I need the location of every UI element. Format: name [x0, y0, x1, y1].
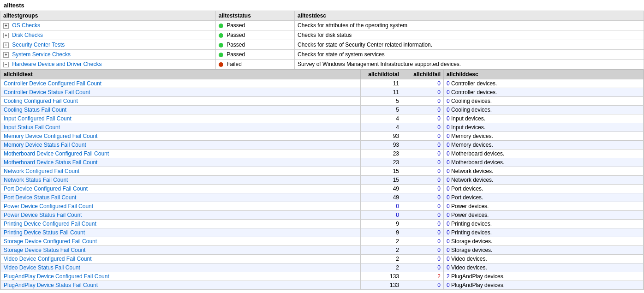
expanded-child-row: allchildtest allchildtotal allchildfail …	[0, 69, 644, 290]
child-fail: 0	[402, 79, 444, 88]
child-fail: 0	[402, 106, 444, 114]
child-table-row: Controller Device Configured Fail Count …	[1, 79, 644, 88]
status-label: Failed	[227, 61, 242, 67]
child-desc: 0 Cooling devices.	[444, 106, 644, 114]
child-desc: 0 PlugAndPlay devices.	[444, 281, 644, 290]
child-total: 4	[361, 114, 402, 123]
child-test-name[interactable]: Storage Device Configured Fail Count	[1, 237, 361, 246]
status-cell: Passed	[215, 50, 294, 60]
child-test-name[interactable]: Network Status Fail Count	[1, 176, 361, 185]
child-table-row: Port Device Status Fail Count 49 0 0 Por…	[1, 193, 644, 202]
child-test-name[interactable]: Controller Device Configured Fail Count	[1, 79, 361, 88]
group-name-cell[interactable]: + OS Checks	[0, 21, 216, 30]
child-test-name[interactable]: Port Device Configured Fail Count	[1, 185, 361, 193]
child-fail: 0	[402, 97, 444, 106]
expand-icon[interactable]: −	[3, 62, 9, 67]
child-fail: 0	[402, 88, 444, 97]
child-desc: 0 Video devices.	[444, 255, 644, 263]
status-dot	[219, 43, 223, 48]
child-test-name[interactable]: Storage Device Status Fail Count	[1, 246, 361, 255]
child-fail: 0	[402, 185, 444, 193]
child-fail: 2	[402, 272, 444, 281]
child-desc: 0 Motherboard devices.	[444, 149, 644, 158]
child-total: 0	[361, 202, 402, 211]
child-test-name[interactable]: Memory Device Status Fail Count	[1, 141, 361, 149]
child-test-name[interactable]: PlugAndPlay Device Status Fail Count	[1, 281, 361, 290]
child-total: 2	[361, 237, 402, 246]
child-table-row: Video Device Configured Fail Count 2 0 0…	[1, 255, 644, 263]
child-total: 49	[361, 193, 402, 202]
child-fail: 0	[402, 237, 444, 246]
child-total: 93	[361, 132, 402, 141]
child-fail: 0	[402, 211, 444, 220]
status-dot	[219, 24, 223, 28]
child-test-name[interactable]: Controller Device Status Fail Count	[1, 88, 361, 97]
child-total: 4	[361, 123, 402, 132]
table-row: + Disk Checks Passed Checks for disk sta…	[0, 30, 644, 40]
group-link[interactable]: OS Checks	[12, 22, 40, 29]
child-table-row: Storage Device Configured Fail Count 2 0…	[1, 237, 644, 246]
child-table-row: Power Device Status Fail Count 0 0 0 Pow…	[1, 211, 644, 220]
child-table: allchildtest allchildtotal allchildfail …	[0, 69, 644, 290]
child-test-name[interactable]: Port Device Status Fail Count	[1, 193, 361, 202]
child-test-name[interactable]: Input Status Fail Count	[1, 123, 361, 132]
table-row: + OS Checks Passed Checks for attributes…	[0, 21, 644, 30]
status-dot	[219, 33, 223, 38]
child-fail: 0	[402, 176, 444, 185]
table-row: + Security Center Tests Passed Checks fo…	[0, 40, 644, 50]
group-name-cell[interactable]: + Disk Checks	[0, 30, 216, 40]
child-table-row: Memory Device Status Fail Count 93 0 0 M…	[1, 141, 644, 149]
child-test-name[interactable]: PlugAndPlay Device Configured Fail Count	[1, 272, 361, 281]
group-link[interactable]: Disk Checks	[12, 32, 43, 38]
child-test-name[interactable]: Cooling Configured Fail Count	[1, 97, 361, 106]
child-test-name[interactable]: Printing Device Status Fail Count	[1, 228, 361, 237]
child-test-name[interactable]: Video Device Configured Fail Count	[1, 255, 361, 263]
child-total: 11	[361, 79, 402, 88]
expand-icon[interactable]: +	[3, 42, 9, 48]
status-cell: Failed	[215, 60, 294, 69]
expand-icon[interactable]: +	[3, 33, 9, 38]
status-cell: Passed	[215, 30, 294, 40]
child-test-name[interactable]: Input Configured Fail Count	[1, 114, 361, 123]
group-link[interactable]: Security Center Tests	[12, 42, 65, 48]
child-total: 9	[361, 228, 402, 237]
child-table-row: Cooling Configured Fail Count 5 0 0 Cool…	[1, 97, 644, 106]
child-test-name[interactable]: Printing Device Configured Fail Count	[1, 220, 361, 228]
child-fail: 0	[402, 193, 444, 202]
child-fail: 0	[402, 141, 444, 149]
group-link[interactable]: Hardware Device and Driver Checks	[12, 61, 101, 67]
child-test-name[interactable]: Cooling Status Fail Count	[1, 106, 361, 114]
group-name-cell[interactable]: + Security Center Tests	[0, 40, 216, 50]
child-test-name[interactable]: Motherboard Device Configured Fail Count	[1, 149, 361, 158]
child-test-name[interactable]: Network Configured Fail Count	[1, 167, 361, 176]
child-col-fail: allchildfail	[402, 70, 444, 79]
status-cell: Passed	[215, 21, 294, 30]
child-test-name[interactable]: Video Device Status Fail Count	[1, 263, 361, 272]
child-total: 49	[361, 185, 402, 193]
child-desc: 0 Power devices.	[444, 211, 644, 220]
child-total: 15	[361, 176, 402, 185]
child-total: 133	[361, 281, 402, 290]
child-test-name[interactable]: Power Device Configured Fail Count	[1, 202, 361, 211]
child-test-name[interactable]: Power Device Status Fail Count	[1, 211, 361, 220]
child-desc: 0 Cooling devices.	[444, 97, 644, 106]
child-total: 133	[361, 272, 402, 281]
child-table-row: Power Device Configured Fail Count 0 0 0…	[1, 202, 644, 211]
child-fail: 0	[402, 281, 444, 290]
child-fail: 0	[402, 202, 444, 211]
status-label: Passed	[227, 42, 245, 48]
page-title: alltests	[0, 0, 644, 11]
group-link[interactable]: System Service Checks	[12, 51, 71, 58]
child-total: 2	[361, 255, 402, 263]
group-name-cell[interactable]: + System Service Checks	[0, 50, 216, 60]
child-fail: 0	[402, 263, 444, 272]
expand-icon[interactable]: +	[3, 52, 9, 58]
child-desc: 0 Storage devices.	[444, 246, 644, 255]
child-total: 2	[361, 263, 402, 272]
child-test-name[interactable]: Motherboard Device Status Fail Count	[1, 158, 361, 167]
expand-icon[interactable]: +	[3, 23, 9, 29]
child-desc: 0 Storage devices.	[444, 237, 644, 246]
group-name-cell[interactable]: − Hardware Device and Driver Checks	[0, 60, 216, 69]
child-desc: 0 Input devices.	[444, 114, 644, 123]
child-test-name[interactable]: Memory Device Configured Fail Count	[1, 132, 361, 141]
